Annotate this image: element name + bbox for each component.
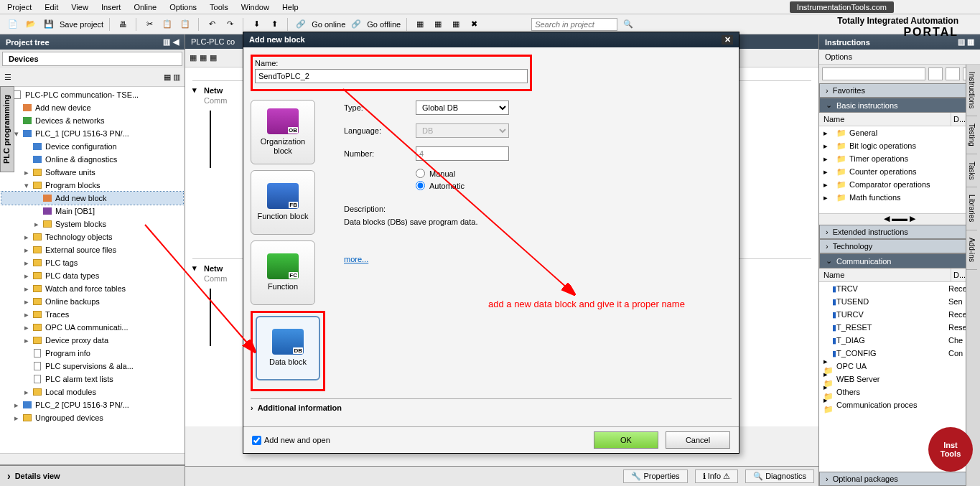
menu-view[interactable]: View bbox=[71, 3, 88, 11]
instruction-item[interactable]: ▮T_DIAGChe bbox=[819, 334, 980, 347]
tree-item[interactable]: Add new block bbox=[1, 192, 183, 205]
tree-item[interactable]: Device configuration bbox=[1, 140, 183, 153]
go-online-label[interactable]: Go online bbox=[312, 20, 345, 29]
cut-icon[interactable]: ✂ bbox=[142, 17, 157, 32]
menu-online[interactable]: Online bbox=[134, 3, 157, 11]
details-view-bar[interactable]: › Details view bbox=[0, 464, 185, 486]
devices-toolbar-left-icon[interactable]: ☰ bbox=[4, 73, 11, 82]
editor-icon[interactable]: ▦ bbox=[200, 53, 207, 62]
upload-icon[interactable]: ⬆ bbox=[267, 17, 281, 32]
menu-window[interactable]: Window bbox=[241, 3, 269, 11]
instruction-item[interactable]: ▸📁General bbox=[819, 126, 980, 139]
panel-icon[interactable]: ▥ bbox=[163, 37, 170, 47]
paste-icon[interactable]: 📋 bbox=[178, 17, 192, 32]
new-icon[interactable]: 📄 bbox=[6, 17, 20, 32]
tree-item[interactable]: ▸PLC data types bbox=[1, 269, 183, 282]
tree-item[interactable]: Online & diagnostics bbox=[1, 153, 183, 166]
editor-tab[interactable]: PLC-PLC co bbox=[191, 37, 235, 46]
editor-icon[interactable]: ▦ bbox=[190, 53, 197, 62]
save-icon[interactable]: 💾 bbox=[42, 17, 56, 32]
instruction-item[interactable]: ▸📁Bit logic operations bbox=[819, 139, 980, 152]
tb-icon-1[interactable]: ▦ bbox=[413, 17, 427, 32]
instruction-item[interactable]: ▮T_CONFIGCon bbox=[819, 347, 980, 360]
tree-item[interactable]: ▸PLC tags bbox=[1, 256, 183, 269]
dialog-close-icon[interactable]: ✕ bbox=[722, 35, 733, 45]
tree-item[interactable]: Program info bbox=[1, 347, 183, 360]
side-tab-testing[interactable]: Testing bbox=[966, 116, 977, 154]
instruction-item[interactable]: ▸📁Counter operations bbox=[819, 165, 980, 178]
side-tab-tasks[interactable]: Tasks bbox=[966, 154, 977, 188]
ob-button[interactable]: OB Organization block bbox=[251, 100, 315, 164]
ok-button[interactable]: OK bbox=[594, 431, 658, 449]
go-offline-label[interactable]: Go offline bbox=[367, 20, 401, 29]
network-expand-icon[interactable]: ▾ bbox=[192, 85, 204, 95]
tb-icon-3[interactable]: ▦ bbox=[449, 17, 463, 32]
project-search-input[interactable] bbox=[531, 18, 617, 31]
side-tab-instructions[interactable]: Instructions bbox=[966, 65, 977, 116]
technology-section[interactable]: ›Technology bbox=[819, 239, 980, 253]
instruction-item[interactable]: ▮TURCVRece bbox=[819, 308, 980, 321]
instruction-item[interactable]: ▸ 📁Communication proces bbox=[819, 398, 980, 411]
grid-view-icon[interactable]: ▦ bbox=[164, 73, 171, 81]
devices-tab[interactable]: Devices bbox=[2, 52, 182, 66]
communication-section[interactable]: ⌄Communication bbox=[819, 253, 980, 268]
tree-item[interactable]: ▸OPC UA communicati... bbox=[1, 321, 183, 334]
menu-options[interactable]: Options bbox=[169, 3, 197, 11]
print-icon[interactable]: 🖶 bbox=[116, 17, 130, 32]
tree-item[interactable]: Add new device bbox=[1, 101, 183, 114]
copy-icon[interactable]: 📋 bbox=[160, 17, 174, 32]
instr-scrollbar[interactable]: ◀ ▬▬ ▶ bbox=[819, 213, 980, 225]
instructions-search-input[interactable] bbox=[822, 67, 925, 80]
block-name-input[interactable] bbox=[255, 69, 528, 83]
search-icon[interactable]: 🔍 bbox=[621, 17, 635, 32]
instruction-item[interactable]: ▮T_RESETRese bbox=[819, 321, 980, 334]
tree-item[interactable]: ▸Technology objects bbox=[1, 230, 183, 243]
tree-item[interactable]: PLC supervisions & ala... bbox=[1, 360, 183, 373]
type-select[interactable]: Global DB bbox=[416, 101, 509, 115]
tree-item[interactable]: ▸System blocks bbox=[1, 218, 183, 230]
tree-item[interactable]: Main [OB1] bbox=[1, 205, 183, 218]
menu-insert[interactable]: Insert bbox=[101, 3, 121, 11]
instruction-item[interactable]: ▸ 📁OPC UA bbox=[819, 360, 980, 373]
favorites-section[interactable]: ›Favorites bbox=[819, 83, 980, 98]
tree-item[interactable]: ▸External source files bbox=[1, 243, 183, 256]
tb-icon-2[interactable]: ▦ bbox=[431, 17, 445, 32]
tree-item[interactable]: ▸Software units bbox=[1, 166, 183, 179]
side-tab-plc-programming[interactable]: PLC programming bbox=[0, 86, 14, 172]
side-tab-libraries[interactable]: Libraries bbox=[966, 187, 977, 230]
fb-button[interactable]: FB Function block bbox=[251, 170, 315, 235]
tree-item[interactable]: PLC alarm text lists bbox=[1, 373, 183, 385]
db-button[interactable]: DB Data block bbox=[256, 316, 320, 380]
instruction-item[interactable]: ▸ 📁WEB Server bbox=[819, 373, 980, 385]
manual-radio[interactable] bbox=[416, 169, 425, 178]
tree-item[interactable]: ▸Online backups bbox=[1, 295, 183, 308]
side-tab-addins[interactable]: Add-ins bbox=[966, 230, 977, 270]
info-tab[interactable]: ℹ Info ⚠ bbox=[695, 469, 738, 483]
add-open-checkbox[interactable] bbox=[252, 436, 261, 445]
extended-section[interactable]: ›Extended instructions bbox=[819, 225, 980, 239]
automatic-radio[interactable] bbox=[416, 181, 425, 190]
more-link[interactable]: more... bbox=[344, 255, 368, 263]
close-icon[interactable]: ✖ bbox=[467, 17, 481, 32]
redo-icon[interactable]: ↷ bbox=[223, 17, 237, 32]
cancel-button[interactable]: Cancel bbox=[666, 431, 730, 449]
tree-item[interactable]: Devices & networks bbox=[1, 114, 183, 127]
instruction-item[interactable]: ▸📁Comparator operations bbox=[819, 178, 980, 191]
list-view-icon[interactable]: ▥ bbox=[173, 73, 180, 81]
tree-item[interactable]: ▾PLC-PLC communcation- TSE... bbox=[1, 88, 183, 101]
additional-info-section[interactable]: › Additional information bbox=[251, 398, 732, 416]
open-icon[interactable]: 📂 bbox=[24, 17, 38, 32]
instruction-item[interactable]: ▸📁Math functions bbox=[819, 191, 980, 204]
download-icon[interactable]: ⬇ bbox=[249, 17, 263, 32]
menu-tools[interactable]: Tools bbox=[210, 3, 228, 11]
go-online-icon[interactable]: 🔗 bbox=[294, 17, 308, 32]
network-expand-icon[interactable]: ▾ bbox=[192, 263, 204, 273]
menu-edit[interactable]: Edit bbox=[45, 3, 58, 11]
fc-button[interactable]: FC Function bbox=[251, 240, 315, 305]
tree-scrollbar[interactable] bbox=[0, 453, 185, 464]
filter-btn-icon[interactable] bbox=[946, 67, 960, 80]
panel-collapse-icon[interactable]: ◀ bbox=[173, 37, 179, 47]
editor-icon[interactable]: ▦ bbox=[210, 53, 217, 62]
tree-item[interactable]: ▾Program blocks bbox=[1, 179, 183, 192]
tree-item[interactable]: ▸Ungrouped devices bbox=[1, 411, 183, 424]
